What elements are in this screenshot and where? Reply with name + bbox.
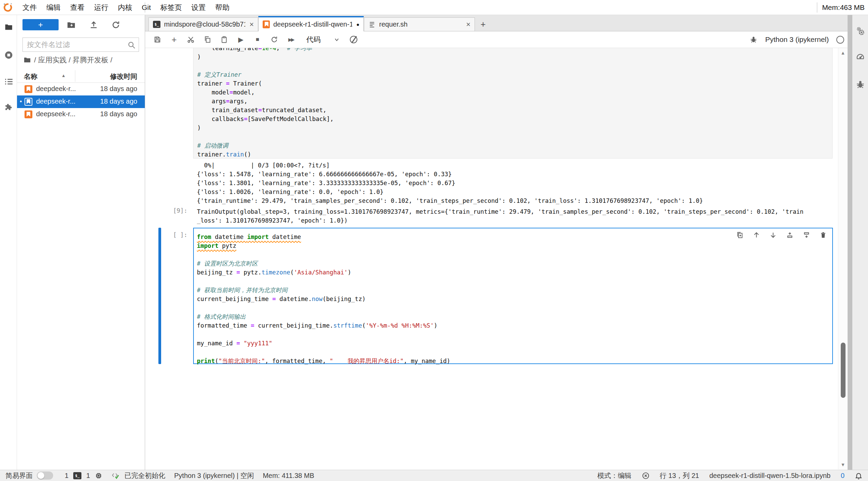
new-folder-icon[interactable] [67, 20, 76, 29]
tab-terminal[interactable]: $_ mindspore@cloud-58c9b71b × [149, 17, 258, 31]
paste-icon[interactable] [220, 35, 228, 44]
code-line: formatted_time = current_beijing_time.st… [197, 321, 835, 330]
debugger-bug-icon[interactable] [856, 80, 865, 89]
file-list-header: 名称 ▲ 修改时间 [17, 70, 145, 83]
lsp-status-text[interactable]: 已完全初始化 [124, 471, 165, 480]
simple-mode-label: 简易界面 [5, 471, 33, 480]
menu-file[interactable]: 文件 [18, 3, 42, 12]
move-cell-down-icon[interactable] [769, 231, 777, 239]
file-browser-icon[interactable] [4, 22, 13, 32]
resource-gauge-icon[interactable] [856, 52, 865, 61]
output-line: 0%| | 0/3 [00:00<?, ?it/s] [197, 161, 703, 170]
kernel-status-text[interactable]: Python 3 (ipykernel) | 空闲 [174, 471, 254, 480]
scroll-up-icon[interactable]: ▲ [838, 50, 848, 56]
column-modified[interactable]: 修改时间 [110, 72, 137, 81]
active-code-cell[interactable]: from datetime import datetimeimport pytz… [193, 228, 833, 364]
insert-cell-icon[interactable]: + [170, 35, 178, 44]
move-cell-up-icon[interactable] [753, 231, 760, 239]
close-icon[interactable]: × [466, 21, 470, 28]
editor-mode[interactable]: 模式：编辑 [598, 471, 632, 480]
close-icon[interactable]: × [249, 21, 254, 28]
menu-view[interactable]: 查看 [65, 3, 89, 12]
sort-asc-icon[interactable]: ▲ [61, 73, 66, 78]
file-list: deepdeek-r... 18 days ago • deepseek-r..… [17, 83, 145, 121]
cell-collapser[interactable] [158, 228, 161, 364]
column-name[interactable]: 名称 [24, 72, 37, 81]
upload-icon[interactable] [89, 20, 98, 29]
cursor-position[interactable]: 行 13，列 21 [660, 471, 699, 480]
file-row[interactable]: deepseek-r... 18 days ago [17, 108, 145, 121]
code-editor[interactable]: from datetime import datetimeimport pytz… [197, 232, 835, 365]
breadcrumb-path[interactable]: / 应用实践 / 昇腾开发板 / [34, 55, 112, 65]
jupyter-logo-icon [3, 2, 13, 13]
menu-kernel[interactable]: 内核 [113, 3, 137, 12]
simple-mode-toggle[interactable] [37, 471, 53, 480]
running-sessions-icon[interactable] [4, 50, 13, 60]
notebook-content: learning_rate=1e-4, # 学习率) # 定义Trainertr… [145, 48, 848, 469]
insert-cell-above-icon[interactable] [786, 231, 793, 239]
file-name: deepseek-r... [36, 97, 76, 105]
file-modified: 18 days ago [100, 97, 137, 105]
tab-notebook-active[interactable]: deepseek-r1-distill-qwen-1.5 ● [258, 16, 364, 31]
file-row-selected[interactable]: • deepseek-r... 18 days ago [17, 95, 145, 108]
tab-label: deepseek-r1-distill-qwen-1.5 [273, 20, 352, 28]
cut-icon[interactable] [187, 35, 195, 44]
new-tab-button[interactable]: + [476, 17, 490, 31]
debugger-bug-icon[interactable] [749, 35, 758, 44]
lsp-status-icon[interactable] [111, 471, 120, 480]
kernel-chip-icon[interactable] [95, 472, 103, 480]
kernel-name[interactable]: Python 3 (ipykernel) [765, 35, 829, 44]
refresh-icon[interactable] [111, 20, 120, 29]
kernels-count[interactable]: 1 [86, 472, 90, 480]
menu-tabs[interactable]: 标签页 [156, 3, 187, 12]
notification-count[interactable]: 0 [841, 472, 844, 480]
duplicate-cell-icon[interactable] [736, 231, 743, 239]
code-line: learning_rate=1e-4, # 学习率 [197, 48, 833, 52]
notebook-file-icon [25, 110, 32, 118]
bell-icon[interactable] [855, 472, 863, 480]
file-filter-input[interactable] [23, 38, 139, 51]
scrollbar-thumb[interactable] [841, 343, 846, 398]
new-launcher-button[interactable]: + [22, 19, 59, 30]
restart-run-all-icon[interactable]: ▶▶ [287, 35, 295, 44]
extensions-puzzle-icon[interactable] [4, 103, 13, 112]
trust-shield-icon[interactable] [642, 472, 650, 480]
stop-icon[interactable]: ■ [253, 35, 262, 44]
terminal-icon[interactable]: $_ [73, 472, 81, 479]
table-of-contents-icon[interactable] [4, 77, 13, 86]
file-row[interactable]: deepdeek-r... 18 days ago [17, 83, 145, 95]
code-editor[interactable]: learning_rate=1e-4, # 学习率) # 定义Trainertr… [197, 48, 833, 159]
insert-cell-below-icon[interactable] [803, 231, 810, 239]
column-divider [75, 70, 75, 82]
cell-type-value: 代码 [306, 35, 321, 44]
terminals-count[interactable]: 1 [65, 472, 68, 480]
notebook-file-icon [25, 98, 32, 106]
copy-icon[interactable] [203, 35, 212, 44]
code-line: # 设置时区为北京时区 [197, 259, 835, 268]
code-line [197, 348, 835, 357]
delete-cell-icon[interactable] [819, 231, 827, 239]
code-cell-input[interactable]: learning_rate=1e-4, # 学习率) # 定义Trainertr… [193, 48, 833, 159]
tab-file[interactable]: requer.sh × [364, 17, 475, 31]
run-icon[interactable]: ▶ [237, 35, 245, 44]
scroll-down-icon[interactable]: ▼ [838, 462, 848, 467]
code-line: args=args, [197, 97, 833, 106]
menu-run[interactable]: 运行 [89, 3, 113, 12]
breadcrumb[interactable]: / 应用实践 / 昇腾开发板 / [23, 55, 112, 65]
notebook-scrollbar[interactable]: ▲ ▼ [838, 48, 848, 469]
code-line: beijing_tz = pytz.timezone('Asia/Shangha… [197, 268, 835, 277]
running-indicator-dot: • [20, 98, 22, 105]
window-scrollbar[interactable] [848, 15, 852, 470]
property-inspector-gears-icon[interactable] [856, 27, 865, 36]
circle-slash-icon[interactable] [350, 36, 357, 43]
notebook-file-icon [25, 85, 32, 93]
menu-git[interactable]: Git [137, 3, 156, 12]
tab-label: requer.sh [379, 20, 407, 28]
cell-type-dropdown[interactable]: 代码 [306, 35, 339, 44]
menu-settings[interactable]: 设置 [187, 3, 211, 12]
kernel-status-circle[interactable] [836, 36, 844, 44]
restart-kernel-icon[interactable] [270, 35, 278, 44]
menu-edit[interactable]: 编辑 [42, 3, 65, 12]
save-icon[interactable] [153, 35, 161, 44]
menu-help[interactable]: 帮助 [211, 3, 234, 12]
